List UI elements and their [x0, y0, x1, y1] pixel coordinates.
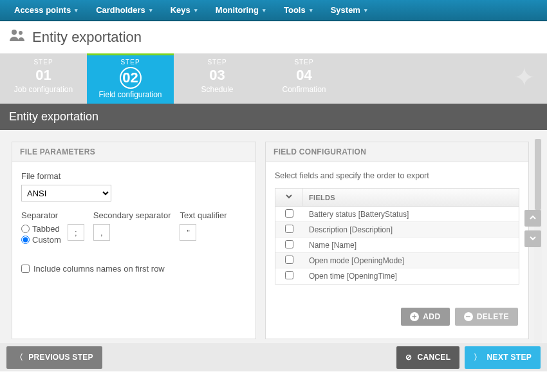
chevron-right-icon: 〉 — [474, 352, 481, 363]
svg-point-1 — [19, 31, 23, 35]
move-up-button[interactable] — [524, 210, 541, 227]
wizard-step-3[interactable]: STEP 03 Schedule — [174, 53, 261, 104]
wand-icon: ✦ — [514, 62, 535, 92]
move-down-button[interactable] — [524, 230, 541, 247]
chevron-left-icon: 〈 — [15, 352, 23, 363]
cancel-button[interactable]: ⊘CANCEL — [396, 346, 459, 369]
field-configuration-panel: FIELD CONFIGURATION Select fields and sp… — [265, 142, 529, 339]
content-area: FILE PARAMETERS File format ANSI Separat… — [0, 130, 547, 343]
separator-tabbed-radio[interactable] — [21, 225, 30, 233]
file-parameters-panel: FILE PARAMETERS File format ANSI Separat… — [12, 142, 256, 339]
field-row-checkbox[interactable] — [285, 240, 293, 248]
text-qualifier-label: Text qualifier — [180, 210, 227, 220]
nav-monitoring[interactable]: Monitoring▾ — [207, 0, 275, 20]
nav-system[interactable]: System▾ — [322, 0, 376, 20]
chevron-down-icon: ▾ — [364, 7, 367, 14]
separator-custom-radio[interactable] — [21, 236, 30, 244]
secondary-separator-label: Secondary separator — [93, 210, 171, 220]
table-row[interactable]: Description [Description] — [275, 222, 519, 238]
nav-access-points[interactable]: Access points▾ — [5, 0, 87, 20]
include-columns-checkbox[interactable] — [21, 265, 30, 273]
fields-table: FIELDS Battery status [BatteryStatus] De… — [275, 188, 519, 285]
file-format-label: File format — [21, 171, 246, 181]
include-columns-label: Include columns names on first row — [33, 264, 165, 274]
table-row[interactable]: Open time [OpeningTime] — [275, 268, 519, 284]
page-title-bar: Entity exportation — [0, 21, 547, 53]
chevron-down-icon: ▾ — [75, 7, 78, 14]
nav-keys[interactable]: Keys▾ — [162, 0, 207, 20]
wizard-step-2[interactable]: STEP 02 Field configuration — [87, 53, 174, 104]
secondary-separator-input[interactable] — [93, 224, 110, 241]
panel-header: FIELD CONFIGURATION — [266, 142, 528, 162]
plus-icon: + — [410, 312, 419, 321]
next-step-button[interactable]: 〉NEXT STEP — [465, 346, 541, 369]
fields-column-header: FIELDS — [302, 194, 335, 201]
wizard-step-4[interactable]: STEP 04 Confirmation — [261, 53, 348, 104]
text-qualifier-input[interactable] — [180, 224, 196, 241]
wizard-step-1[interactable]: STEP 01 Job configuration — [0, 53, 87, 104]
table-row[interactable]: Name [Name] — [275, 238, 519, 253]
chevron-down-icon: ▾ — [194, 7, 198, 14]
expand-all-toggle[interactable] — [275, 189, 302, 206]
chevron-down-icon: ▾ — [310, 7, 313, 14]
top-nav: Access points▾ Cardholders▾ Keys▾ Monito… — [0, 0, 547, 21]
previous-step-button[interactable]: 〈PREVIOUS STEP — [6, 346, 102, 369]
section-header: Entity exportation — [0, 104, 547, 130]
minus-icon: − — [464, 312, 473, 321]
field-config-instructions: Select fields and specify the order to e… — [275, 171, 519, 180]
page-title: Entity exportation — [32, 29, 142, 46]
wizard-steps: STEP 01 Job configuration STEP 02 Field … — [0, 53, 547, 104]
separator-value-input[interactable] — [68, 224, 84, 241]
nav-tools[interactable]: Tools▾ — [275, 0, 322, 20]
field-row-checkbox[interactable] — [285, 256, 293, 264]
chevron-down-icon: ▾ — [263, 7, 266, 14]
field-row-checkbox[interactable] — [285, 209, 293, 218]
delete-button[interactable]: −DELETE — [455, 308, 518, 326]
field-row-checkbox[interactable] — [285, 271, 293, 279]
field-row-checkbox[interactable] — [285, 225, 293, 233]
file-format-select[interactable]: ANSI — [21, 185, 111, 201]
add-button[interactable]: +ADD — [401, 308, 450, 326]
chevron-down-icon: ▾ — [149, 7, 153, 14]
cancel-icon: ⊘ — [405, 353, 412, 362]
scrollbar-thumb[interactable] — [535, 139, 541, 210]
panel-header: FILE PARAMETERS — [12, 142, 255, 162]
svg-point-0 — [12, 30, 17, 35]
separator-label: Separator — [21, 210, 84, 220]
table-row[interactable]: Battery status [BatteryStatus] — [275, 207, 519, 222]
table-row[interactable]: Open mode [OpeningMode] — [275, 253, 519, 268]
nav-cardholders[interactable]: Cardholders▾ — [87, 0, 162, 20]
wizard-footer: 〈PREVIOUS STEP ⊘CANCEL 〉NEXT STEP — [0, 343, 547, 371]
entity-icon — [9, 28, 26, 46]
